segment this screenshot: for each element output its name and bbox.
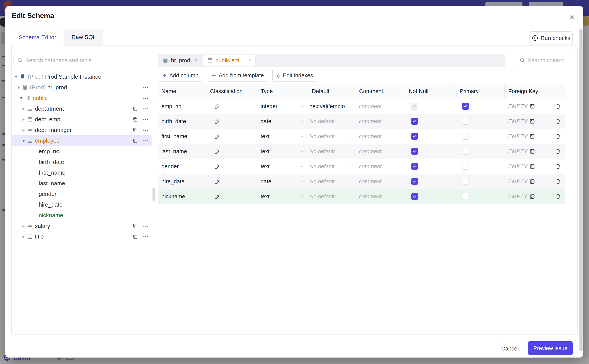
tab-raw-sql[interactable]: Raw SQL <box>64 29 103 46</box>
comment-input[interactable]: comment <box>355 159 405 174</box>
primary-checkbox[interactable] <box>462 193 469 200</box>
resize-handle[interactable] <box>153 188 155 201</box>
tree-item-prod-sample-instance[interactable]: ▾(Prod)Prod Sample Instance <box>12 72 152 82</box>
not-null-checkbox[interactable] <box>411 163 418 170</box>
tree-item-public[interactable]: ▾public⋯ <box>12 93 152 103</box>
edit-foreign-key-icon[interactable] <box>529 133 535 139</box>
run-checks-button[interactable]: Run checks <box>529 31 573 45</box>
column-name-cell[interactable]: birth_date <box>158 114 206 129</box>
close-icon[interactable]: × <box>569 13 575 22</box>
primary-checkbox[interactable] <box>462 178 469 185</box>
edit-foreign-key-icon[interactable] <box>529 178 535 184</box>
column-name-cell[interactable]: hire_date <box>158 174 206 189</box>
pencil-icon[interactable] <box>214 103 220 109</box>
tree-item-emp_no[interactable]: emp_no <box>12 146 152 157</box>
column-name-cell[interactable]: gender <box>158 159 206 174</box>
chevron-down-icon[interactable]: ▾ <box>13 74 19 79</box>
tree-item-gender[interactable]: gender <box>12 189 152 199</box>
not-null-checkbox[interactable] <box>411 148 418 155</box>
chevron-right-icon[interactable]: ▸ <box>21 234 26 239</box>
tree-item-department[interactable]: ▸department⋯ <box>12 103 152 114</box>
comment-input[interactable]: comment <box>355 99 405 114</box>
modal-scrollbar-thumb[interactable] <box>579 29 582 351</box>
copy-icon[interactable] <box>133 138 138 143</box>
comment-input[interactable]: comment <box>355 144 405 159</box>
chevron-right-icon[interactable]: ▸ <box>21 106 26 111</box>
type-select[interactable]: text <box>257 189 308 204</box>
edit-indexes-button[interactable]: ◇ Edit indexes <box>272 69 317 82</box>
default-select[interactable]: nextval('employ <box>308 99 355 114</box>
primary-checkbox[interactable] <box>462 103 469 110</box>
delete-row-icon[interactable] <box>555 149 561 154</box>
comment-input[interactable]: comment <box>355 174 405 189</box>
delete-row-icon[interactable] <box>555 163 561 169</box>
not-null-checkbox[interactable] <box>411 193 418 200</box>
tree-item-first_name[interactable]: first_name <box>12 167 152 178</box>
type-select[interactable]: integer <box>257 99 308 114</box>
default-select[interactable]: No default <box>308 144 355 159</box>
tab-schema-editor[interactable]: Schema Editor <box>12 29 63 46</box>
column-name-cell[interactable]: nickname <box>158 189 206 204</box>
delete-row-icon[interactable] <box>555 103 561 109</box>
comment-input[interactable]: comment <box>355 189 405 204</box>
pencil-icon[interactable] <box>214 118 220 124</box>
primary-checkbox[interactable] <box>462 163 469 170</box>
editor-tab-hr-prod[interactable]: hr_prod × <box>159 55 202 66</box>
column-name-cell[interactable]: first_name <box>158 129 206 144</box>
close-tab-icon[interactable]: × <box>248 57 252 64</box>
chevron-down-icon[interactable]: ▾ <box>16 85 21 90</box>
search-column-input[interactable]: Search column <box>516 54 574 67</box>
preview-issue-button[interactable]: Preview issue <box>528 341 573 355</box>
tree-item-dept_emp[interactable]: ▸dept_emp⋯ <box>12 114 152 125</box>
delete-row-icon[interactable] <box>555 179 561 184</box>
pencil-icon[interactable] <box>214 133 220 139</box>
copy-icon[interactable] <box>133 234 138 239</box>
default-select[interactable]: No default <box>308 114 355 129</box>
primary-checkbox[interactable] <box>462 133 469 140</box>
default-select[interactable]: No default <box>308 159 355 174</box>
type-select[interactable]: text <box>257 129 308 144</box>
tree-item-nickname[interactable]: nickname <box>12 210 152 221</box>
primary-checkbox[interactable] <box>462 148 469 155</box>
edit-foreign-key-icon[interactable] <box>529 163 535 169</box>
comment-input[interactable]: comment <box>355 114 405 129</box>
delete-row-icon[interactable] <box>555 194 561 199</box>
tree-item-dept_manager[interactable]: ▸dept_manager⋯ <box>12 125 152 135</box>
default-select[interactable]: No default <box>308 129 355 144</box>
not-null-checkbox[interactable] <box>411 133 418 140</box>
copy-icon[interactable] <box>133 106 138 111</box>
edit-foreign-key-icon[interactable] <box>529 193 535 200</box>
edit-foreign-key-icon[interactable] <box>529 103 535 109</box>
tree-item-hr_prod[interactable]: ▾(Prod)hr_prod⋯ <box>12 82 152 93</box>
tree-item-title[interactable]: ▸title⋯ <box>12 231 152 242</box>
delete-row-icon[interactable] <box>555 118 561 124</box>
edit-foreign-key-icon[interactable] <box>529 118 535 124</box>
edit-foreign-key-icon[interactable] <box>529 148 535 154</box>
pencil-icon[interactable] <box>214 194 220 199</box>
type-select[interactable]: date <box>257 174 308 189</box>
tree-item-employee[interactable]: ▾employee⋯ <box>12 135 152 146</box>
type-select[interactable]: text <box>257 159 308 174</box>
tree-item-birth_date[interactable]: birth_date <box>12 157 152 167</box>
close-tab-icon[interactable]: × <box>195 57 198 64</box>
copy-icon[interactable] <box>133 117 138 122</box>
pencil-icon[interactable] <box>214 149 220 154</box>
chevron-right-icon[interactable]: ▸ <box>21 117 26 122</box>
chevron-right-icon[interactable]: ▸ <box>21 127 26 133</box>
primary-checkbox[interactable] <box>462 118 469 125</box>
copy-icon[interactable] <box>133 127 138 133</box>
search-database-input[interactable]: Search database and table <box>13 54 148 67</box>
copy-icon[interactable] <box>133 223 138 229</box>
chevron-down-icon[interactable]: ▾ <box>21 138 26 143</box>
tree-item-hire_date[interactable]: hire_date <box>12 199 152 210</box>
column-name-cell[interactable]: emp_no <box>158 99 206 114</box>
chevron-right-icon[interactable]: ▸ <box>21 223 26 229</box>
editor-tab-public-employee[interactable]: public.em... × <box>203 55 256 66</box>
column-name-cell[interactable]: last_name <box>158 144 206 159</box>
default-select[interactable]: No default <box>308 174 355 189</box>
not-null-checkbox[interactable] <box>411 118 418 125</box>
add-from-template-button[interactable]: Add from template <box>207 69 268 82</box>
chevron-down-icon[interactable]: ▾ <box>19 95 24 101</box>
not-null-checkbox[interactable] <box>411 178 418 185</box>
tree-item-salary[interactable]: ▸salary⋯ <box>12 221 152 231</box>
